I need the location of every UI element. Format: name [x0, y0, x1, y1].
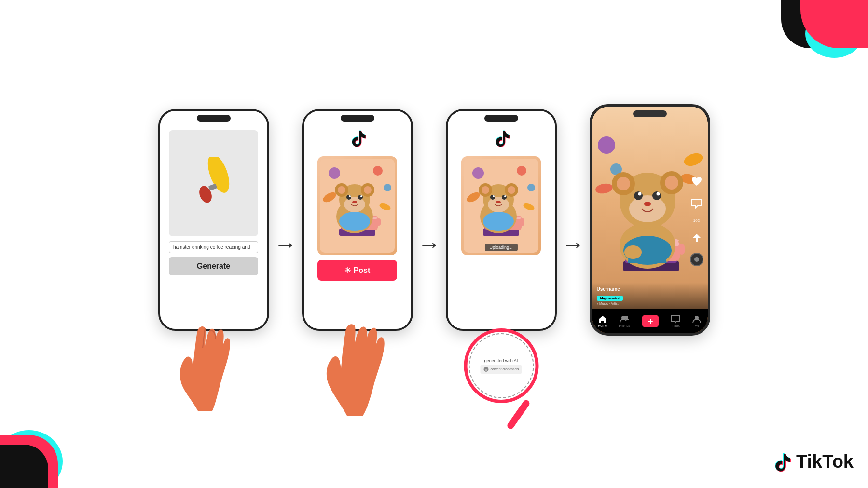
nav-create[interactable]: + — [642, 315, 659, 327]
svg-point-29 — [517, 166, 526, 176]
svg-point-46 — [502, 195, 507, 200]
svg-point-45 — [490, 195, 495, 200]
step3-area: Uploading... generated with AI c — [446, 109, 557, 331]
prompt-input[interactable] — [169, 241, 258, 253]
svg-point-70 — [665, 176, 678, 190]
step1-area: Generate — [158, 109, 269, 331]
phone1-content: Generate — [160, 111, 267, 329]
tiktok-logo-2 — [346, 128, 368, 151]
like-action[interactable] — [689, 174, 704, 189]
svg-point-50 — [483, 212, 514, 231]
ai-generated-badge: AI-generated — [597, 296, 623, 301]
uploading-badge: Uploading... — [484, 244, 517, 251]
magnifier-handle — [506, 399, 531, 430]
hamster-card-3: Uploading... — [461, 156, 541, 255]
svg-point-74 — [638, 192, 641, 196]
nav-home-label: Home — [598, 324, 607, 327]
phone3-content: Uploading... — [448, 111, 555, 329]
post-button[interactable]: ✳ Post — [317, 260, 397, 281]
svg-point-22 — [358, 195, 363, 200]
cc-label: content credentials — [491, 367, 519, 371]
share-action[interactable] — [689, 230, 704, 245]
generated-label: generated with AI — [484, 358, 518, 363]
svg-point-28 — [472, 167, 484, 179]
music-action — [690, 253, 703, 266]
ai-canvas — [169, 130, 258, 236]
nav-friends[interactable]: Friends — [619, 315, 630, 327]
phone-notch-1 — [197, 115, 231, 122]
svg-point-75 — [656, 192, 660, 196]
svg-point-54 — [598, 136, 615, 154]
phone-3: Uploading... — [446, 109, 557, 331]
svg-point-6 — [384, 184, 391, 191]
phone2-content: ✳ Post — [304, 111, 411, 329]
svg-point-25 — [352, 201, 357, 203]
svg-point-72 — [634, 191, 643, 200]
music-info: ♪ Music · Artist — [597, 302, 703, 305]
svg-point-48 — [504, 195, 506, 197]
svg-point-26 — [339, 212, 370, 231]
svg-point-73 — [652, 191, 661, 200]
arrow-2: → — [418, 231, 441, 258]
right-actions: 102 — [689, 174, 704, 266]
magnifier-circle: generated with AI c content credentials — [464, 328, 538, 403]
svg-point-71 — [629, 195, 666, 222]
svg-rect-12 — [377, 218, 381, 226]
nav-me-label: Me — [695, 324, 700, 327]
svg-rect-36 — [521, 218, 524, 226]
feed-info-overlay: Username AI-generated ♪ Music · Artist — [592, 283, 708, 309]
svg-point-21 — [346, 195, 351, 200]
magnifier-wrapper: generated with AI c content credentials — [464, 328, 538, 403]
hamster-card-2 — [317, 156, 397, 255]
phone-4: 102 Username — [590, 104, 710, 336]
phone-1: Generate — [158, 109, 269, 331]
nav-me[interactable]: Me — [692, 315, 702, 327]
svg-point-5 — [373, 166, 383, 176]
svg-text:c: c — [485, 368, 487, 371]
phone-2: ✳ Post — [302, 109, 413, 331]
nav-friends-label: Friends — [619, 324, 630, 327]
generate-button[interactable]: Generate — [169, 257, 258, 275]
svg-point-24 — [360, 195, 362, 197]
comment-action[interactable] — [689, 196, 704, 211]
nav-home[interactable]: Home — [598, 315, 607, 327]
heart-icon — [689, 174, 704, 189]
action-count: 102 — [693, 218, 700, 223]
arrow-3: → — [562, 231, 585, 258]
svg-point-41 — [482, 186, 489, 194]
content-credentials-badge: c content credentials — [481, 365, 522, 374]
step4-area: 102 Username — [590, 104, 710, 336]
phone4-screen: 102 Username — [592, 107, 708, 333]
svg-point-43 — [508, 186, 515, 194]
phone-notch-2 — [341, 115, 374, 122]
paintbrush-icon — [192, 157, 235, 210]
svg-point-68 — [617, 177, 630, 190]
svg-point-30 — [527, 184, 535, 191]
feed-username: Username — [597, 286, 703, 292]
svg-point-49 — [496, 201, 501, 203]
svg-point-23 — [349, 195, 351, 197]
comment-icon — [689, 196, 704, 211]
blob-black-bl — [0, 445, 48, 488]
svg-point-4 — [329, 167, 340, 179]
magnifier: generated with AI c content credentials — [464, 328, 538, 403]
svg-point-44 — [488, 197, 509, 212]
nav-inbox[interactable]: Inbox — [671, 315, 680, 327]
svg-point-47 — [493, 195, 495, 197]
phone-notch-3 — [484, 115, 518, 122]
svg-point-20 — [344, 197, 365, 212]
step2-area: ✳ Post — [302, 109, 413, 331]
magnifier-inner: generated with AI c content credentials — [468, 333, 534, 398]
share-icon — [689, 230, 704, 245]
svg-point-17 — [338, 186, 345, 194]
cc-icon: c — [483, 366, 489, 372]
main-content: Generate → — [0, 0, 868, 488]
hand-pointer-1 — [164, 314, 241, 413]
svg-point-76 — [644, 202, 651, 206]
sparkle-icon: ✳ — [344, 266, 351, 275]
svg-point-19 — [364, 186, 372, 194]
hand-pointer-2 — [308, 310, 395, 418]
svg-point-78 — [624, 245, 642, 259]
arrow-1: → — [274, 231, 297, 258]
nav-inbox-label: Inbox — [672, 324, 680, 327]
